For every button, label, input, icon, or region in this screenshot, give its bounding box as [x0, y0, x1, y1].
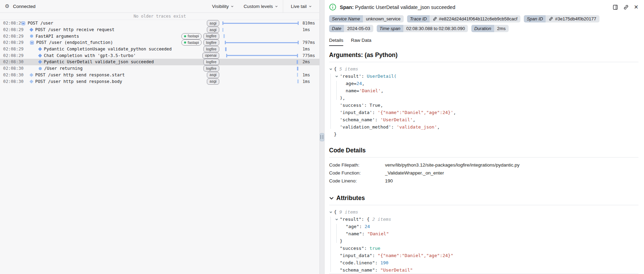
trace-row-label: POST /user — [28, 21, 53, 26]
trace-row[interactable]: 02:08:30/User returninglogfire — [0, 65, 319, 72]
trace-row-badges: logfire — [203, 65, 219, 72]
collapse-span-icon[interactable] — [30, 41, 34, 45]
trace-row[interactable]: 02:08:30POST /user http send response.bo… — [0, 78, 319, 85]
chip-label: Service Name — [329, 15, 363, 22]
scope-badge-asgi[interactable]: asgi — [207, 78, 219, 85]
app-window: ⚙ Connected Visibility Custom levels Liv… — [0, 0, 644, 274]
trace-row-time: 02:08:30 — [0, 66, 21, 71]
timeline-bar-area — [222, 59, 299, 65]
chip-label: Trace ID — [407, 15, 430, 22]
trace-row-time: 02:08:29 — [0, 40, 21, 45]
timeline-bar-area — [222, 27, 299, 33]
indent-guide — [330, 217, 331, 272]
close-icon[interactable]: ✕ — [634, 4, 638, 10]
trace-row-label: POST /user http send response.body — [35, 79, 122, 84]
code-line: 'schema_name': 'UserDetail', — [334, 116, 638, 123]
span-diamond-icon — [30, 80, 33, 83]
reader-panel-icon[interactable] — [613, 4, 618, 10]
arguments-heading: Arguments: (as Python) — [329, 51, 638, 62]
chip-value: #3e175db4f0b20177 — [546, 15, 599, 22]
collapse-chevron-icon[interactable] — [329, 210, 334, 214]
code-detail-label: Code Function: — [329, 169, 385, 177]
scope-badge-logfire[interactable]: logfire — [203, 33, 219, 39]
trace-row[interactable]: 02:08:30Pydantic UserDetail validate_jso… — [0, 59, 319, 65]
timeline-bar-area — [222, 46, 299, 53]
trace-row[interactable]: 02:08:29POST /user http receive requesta… — [0, 27, 319, 33]
timeline-bar-area — [222, 78, 299, 85]
trace-row[interactable]: 02:08:29POST /user (endpoint_function)fa… — [0, 39, 319, 46]
connection-status: Connected — [13, 4, 35, 9]
attributes-code-block: { 9 items"result": { 2 items"age": 24"na… — [329, 208, 638, 274]
trace-row-badges: fastapilogfire — [181, 39, 219, 46]
metadata-chip-trace-id[interactable]: Trace ID#e8224d24d41f064b112c6eb9cb58cac… — [407, 15, 520, 22]
scope-badge-fastapi[interactable]: fastapi — [181, 39, 202, 46]
link-icon — [549, 17, 553, 21]
collapse-span-icon[interactable] — [21, 21, 25, 25]
scope-badge-logfire[interactable]: logfire — [203, 65, 219, 72]
scope-badge-asgi[interactable]: asgi — [207, 20, 219, 26]
scope-badge-logfire[interactable]: logfire — [203, 59, 219, 65]
chip-value: 2ms — [494, 25, 509, 32]
timeline-bar — [297, 73, 298, 77]
trace-row-label: Pydantic CompletionUsage validate_python… — [44, 47, 172, 51]
code-details-rows: Code Filepath:venv/lib/python3.12/site-p… — [329, 161, 638, 185]
trace-row[interactable]: 02:08:29Chat Completion with 'gpt-3.5-tu… — [0, 52, 319, 59]
indent-guide — [336, 81, 337, 100]
timeline-bar — [222, 23, 299, 24]
code-line: "schema_name": "UserDetail" — [334, 266, 638, 274]
scope-badge-logfire[interactable]: logfire — [203, 39, 219, 46]
trace-row-label: POST /user http receive request — [35, 27, 115, 32]
tab-details[interactable]: Details — [329, 38, 343, 46]
green-dot-icon — [184, 41, 186, 44]
chip-label: Date — [329, 25, 344, 32]
scope-badge-asgi[interactable]: asgi — [207, 27, 219, 33]
trace-row-label: POST /user (endpoint_function) — [36, 40, 113, 45]
scope-badge-asgi[interactable]: asgi — [207, 72, 219, 78]
custom-levels-dropdown[interactable]: Custom levels — [239, 0, 283, 12]
timeline-bar — [222, 28, 224, 32]
chevron-down-icon — [275, 5, 278, 8]
gear-icon[interactable]: ⚙ — [5, 3, 9, 9]
scope-badge-logfire[interactable]: logfire — [203, 46, 219, 52]
tab-raw-data[interactable]: Raw Data — [351, 38, 371, 46]
collapse-chevron-icon[interactable] — [335, 218, 340, 221]
trace-row[interactable]: 02:08:30POST /user http send response.st… — [0, 72, 319, 78]
panel-divider — [320, 0, 324, 274]
code-line: 'validation_method': 'validate_json', — [334, 123, 638, 131]
trace-list-panel: ⚙ Connected Visibility Custom levels Liv… — [0, 0, 320, 274]
live-tail-dropdown[interactable]: Live tail — [283, 0, 319, 12]
scope-badge-openai[interactable]: openai — [202, 53, 219, 59]
code-detail-row: Code Lineno:190 — [329, 177, 638, 185]
code-detail-value: _ValidateWrapper._on_enter — [385, 169, 444, 177]
trace-row-time: 02:08:30 — [0, 79, 21, 84]
timeline-bar-area — [222, 39, 299, 46]
trace-row[interactable]: 02:08:29POST /userasgi810ms — [0, 20, 319, 27]
trace-row-label: POST /user http send response.start — [35, 73, 125, 77]
code-line: { 9 items — [334, 208, 638, 216]
metadata-chip-span-id[interactable]: Span ID#3e175db4f0b20177 — [524, 15, 599, 22]
chevron-down-icon — [329, 196, 334, 201]
collapse-chevron-icon[interactable] — [335, 75, 340, 78]
visibility-dropdown[interactable]: Visibility — [207, 0, 239, 12]
attributes-heading[interactable]: Attributes — [329, 195, 638, 205]
trace-row-duration: 1ms — [299, 47, 319, 51]
timeline-bar — [226, 55, 298, 56]
code-line: } — [334, 131, 638, 138]
copy-link-icon[interactable] — [623, 4, 629, 10]
scope-badge-fastapi[interactable]: fastapi — [181, 33, 202, 39]
panel-resize-handle[interactable] — [320, 133, 324, 141]
code-line: 'result': UserDetail( — [334, 73, 638, 80]
trace-row[interactable]: 02:08:29FastAPI argumentsfastapilogfire — [0, 33, 319, 39]
timeline-bar — [297, 67, 298, 70]
metadata-chip-date: Date2024-05-03 — [329, 25, 373, 32]
trace-row[interactable]: 02:08:29Pydantic CompletionUsage validat… — [0, 46, 319, 53]
span-metadata-chips: Service Nameunknown_serviceTrace ID#e822… — [329, 15, 638, 32]
indent-guide — [330, 74, 331, 129]
log-circle-icon — [30, 35, 33, 38]
code-details-heading: Code Details — [329, 147, 638, 158]
trace-panel-toolbar: ⚙ Connected Visibility Custom levels Liv… — [0, 0, 319, 13]
trace-row-time: 02:08:29 — [0, 53, 21, 58]
code-line: 'input_data': '{"name":"Daniel","age":24… — [334, 109, 638, 116]
collapse-chevron-icon[interactable] — [329, 67, 334, 71]
timeline-bar — [225, 47, 227, 51]
